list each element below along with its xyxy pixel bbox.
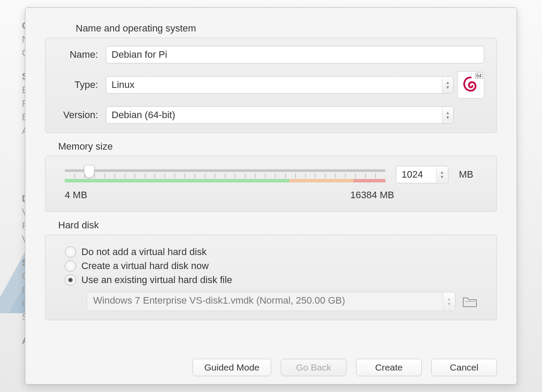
radio-icon [65, 274, 76, 286]
chevron-updown-icon: ▲▼ [442, 107, 453, 123]
hd-option-create[interactable]: Create a virtual hard disk now [65, 260, 477, 272]
version-label: Version: [58, 109, 106, 121]
os-icon: 64 [457, 71, 484, 98]
cancel-button[interactable]: Cancel [431, 359, 497, 376]
hd-option-existing[interactable]: Use an existing virtual hard disk file [65, 274, 477, 286]
os-arch-badge: 64 [475, 73, 483, 79]
type-label: Type: [58, 79, 106, 91]
dialog-footer: Guided Mode Go Back Create Cancel [45, 349, 497, 376]
version-select[interactable] [106, 106, 454, 124]
radio-icon [65, 260, 76, 272]
go-back-button[interactable]: Go Back [281, 359, 346, 376]
memory-unit-label: MB [459, 169, 477, 180]
hd-option-none[interactable]: Do not add a virtual hard disk [65, 246, 477, 258]
memory-section-title: Memory size [58, 141, 497, 152]
name-os-panel: Name: Type: ▲▼ 64 [45, 38, 497, 133]
memory-slider[interactable] [65, 166, 385, 183]
existing-disk-value: Windows 7 Enterprise VS-disk1.vmdk (Norm… [93, 295, 345, 306]
memory-value-input[interactable] [402, 169, 432, 180]
radio-icon [65, 246, 76, 258]
existing-disk-select[interactable]: Windows 7 Enterprise VS-disk1.vmdk (Norm… [87, 292, 455, 311]
guided-mode-button[interactable]: Guided Mode [192, 359, 271, 376]
hd-option-label: Do not add a virtual hard disk [81, 246, 206, 258]
memory-max-label: 16384 MB [350, 189, 394, 201]
name-label: Name: [58, 49, 106, 60]
create-button[interactable]: Create [356, 359, 422, 376]
harddisk-panel: Do not add a virtual hard disk Create a … [45, 234, 497, 320]
chevron-updown-icon: ▲▼ [443, 293, 455, 310]
type-select[interactable] [106, 76, 454, 94]
harddisk-section-title: Hard disk [58, 220, 497, 231]
memory-panel: ▲▼ MB 4 MB 16384 MB [45, 156, 497, 212]
name-os-section-title: Name and operating system [76, 23, 497, 34]
hd-option-label: Use an existing virtual hard disk file [81, 274, 232, 286]
stepper-icon[interactable]: ▲▼ [436, 167, 448, 182]
chevron-updown-icon: ▲▼ [442, 77, 453, 93]
memory-spinbox[interactable]: ▲▼ [396, 166, 448, 183]
name-input[interactable] [106, 46, 484, 63]
memory-min-label: 4 MB [65, 189, 87, 201]
hd-option-label: Create a virtual hard disk now [81, 260, 209, 272]
browse-folder-icon[interactable] [462, 295, 477, 308]
create-vm-dialog: Name and operating system Name: Type: ▲▼… [25, 7, 517, 385]
